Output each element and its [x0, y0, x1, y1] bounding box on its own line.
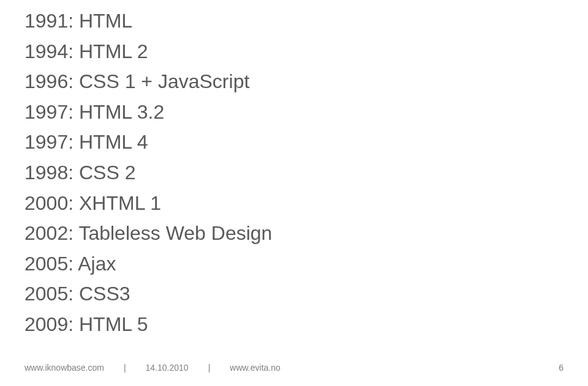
timeline-item: 2000: XHTML 1: [24, 188, 564, 219]
timeline-item: 2002: Tableless Web Design: [24, 218, 564, 249]
timeline-item: 1998: CSS 2: [24, 158, 564, 188]
page-number: 6: [559, 363, 564, 373]
timeline-item: 1991: HTML: [24, 6, 564, 37]
slide-footer: www.iknowbase.com | 14.10.2010 | www.evi…: [24, 363, 564, 373]
timeline-list: 1991: HTML 1994: HTML 2 1996: CSS 1 + Ja…: [0, 0, 588, 340]
timeline-item: 2009: HTML 5: [24, 310, 564, 340]
timeline-item: 1997: HTML 3.2: [24, 97, 564, 128]
timeline-item: 1996: CSS 1 + JavaScript: [24, 67, 564, 97]
footer-separator: |: [208, 363, 211, 373]
timeline-item: 2005: CSS3: [24, 279, 564, 310]
footer-date: 14.10.2010: [146, 363, 189, 373]
footer-right-url: www.evita.no: [230, 363, 280, 373]
timeline-item: 1997: HTML 4: [24, 127, 564, 158]
timeline-item: 2005: Ajax: [24, 249, 564, 280]
footer-separator: |: [124, 363, 126, 373]
footer-left-url: www.iknowbase.com: [24, 363, 104, 373]
timeline-item: 1994: HTML 2: [24, 37, 564, 67]
